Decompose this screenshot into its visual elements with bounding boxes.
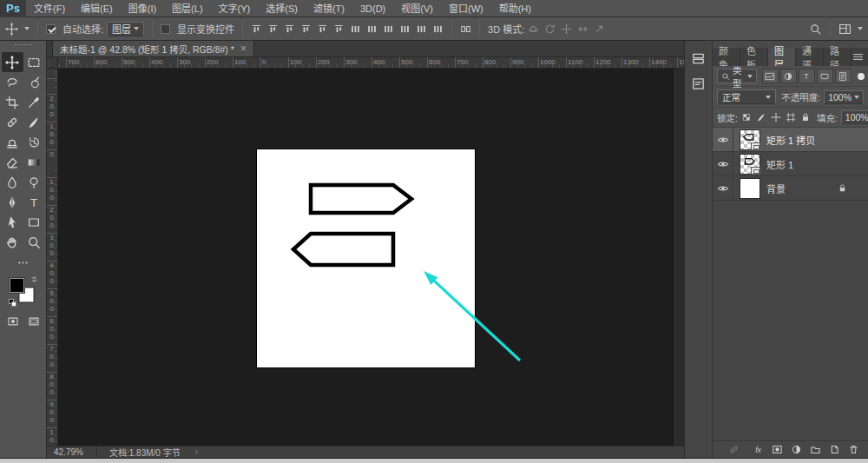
fx-icon[interactable]: fx	[753, 444, 764, 455]
trash-icon[interactable]	[848, 444, 859, 455]
pixel-filter-icon[interactable]	[762, 69, 779, 83]
type-tool[interactable]: T	[23, 192, 45, 212]
search-icon[interactable]	[809, 23, 822, 36]
auto-select-target-dropdown[interactable]: 图层	[107, 22, 144, 36]
menubar-item[interactable]: 文件(F)	[26, 0, 73, 17]
adjust-icon[interactable]	[791, 444, 802, 455]
menubar-item[interactable]: 图层(L)	[164, 0, 210, 17]
align-vertical-centers[interactable]	[267, 23, 279, 35]
distribute-left-edges[interactable]	[399, 23, 411, 35]
smart-filter-icon[interactable]	[835, 69, 852, 83]
gradient-tool[interactable]	[23, 152, 45, 172]
lock-transparent-icon[interactable]	[741, 112, 752, 122]
align-right-edges[interactable]	[333, 23, 345, 35]
adjust-filter-icon[interactable]	[780, 69, 797, 83]
swap-colors-icon[interactable]	[30, 275, 38, 283]
distribute-right-edges[interactable]	[432, 23, 444, 35]
menubar-item[interactable]: 帮助(H)	[491, 0, 539, 17]
align-horizontal-centers[interactable]	[317, 23, 328, 35]
eyedropper-tool[interactable]	[23, 92, 45, 112]
left-arrow-shape[interactable]	[293, 234, 393, 265]
layer-name[interactable]: 背景	[766, 182, 786, 195]
menubar-item[interactable]: 视图(V)	[393, 0, 441, 17]
distribute-vertical-centers[interactable]	[366, 23, 378, 35]
fill-field[interactable]: 100%	[841, 110, 868, 124]
orbit3d[interactable]	[528, 23, 539, 35]
lock-artboard-icon[interactable]	[786, 112, 796, 122]
lock-position-icon[interactable]	[771, 112, 781, 122]
layer-filter-type-dropdown[interactable]: 类型	[717, 69, 757, 83]
layer-thumbnail[interactable]	[740, 178, 760, 199]
panel-menu-icon[interactable]	[852, 48, 868, 66]
healing-brush-tool[interactable]	[2, 112, 23, 132]
visibility-eye-icon[interactable]	[713, 152, 733, 175]
foreground-color-swatch[interactable]	[10, 278, 24, 293]
smudge-tool[interactable]	[2, 172, 23, 192]
visibility-eye-icon[interactable]	[713, 128, 733, 151]
right-arrow-shape[interactable]	[311, 185, 411, 213]
align-top-edges[interactable]	[251, 23, 262, 35]
layer-row[interactable]: 矩形 1	[713, 152, 868, 176]
align-left-edges[interactable]	[300, 23, 312, 35]
panel-tab-图层[interactable]: 图层	[768, 48, 796, 66]
rectangle-tool[interactable]	[23, 212, 45, 232]
blend-mode-dropdown[interactable]: 正常	[717, 89, 776, 104]
layer-thumbnail[interactable]	[740, 129, 760, 150]
lasso-tool[interactable]	[2, 72, 23, 92]
default-colors-icon[interactable]	[9, 299, 16, 307]
quick-mask-icon[interactable]	[7, 315, 19, 327]
distribute-bottom-edges[interactable]	[383, 23, 394, 35]
mask-icon[interactable]	[772, 444, 783, 455]
lock-pixels-icon[interactable]	[756, 112, 766, 122]
distribute-top-edges[interactable]	[350, 23, 361, 35]
panel-tab-通道[interactable]: 通道	[796, 48, 824, 66]
auto-align-icon[interactable]	[460, 23, 471, 35]
layer-name[interactable]: 矩形 1	[766, 157, 793, 171]
quick-select-tool[interactable]	[23, 72, 45, 92]
dodge-tool[interactable]	[23, 172, 45, 192]
tool-preset-caret-icon[interactable]	[24, 27, 30, 30]
canvas[interactable]	[257, 149, 475, 367]
hand-tool[interactable]	[2, 232, 23, 252]
move-tool[interactable]	[2, 52, 23, 72]
visibility-eye-icon[interactable]	[713, 176, 733, 200]
new-layer-icon[interactable]	[829, 444, 840, 455]
layer-thumbnail[interactable]	[740, 154, 760, 175]
filter-toggle-icon[interactable]	[858, 73, 865, 80]
layer-row[interactable]: 矩形 1 拷贝	[713, 128, 868, 152]
vertical-scrollbar[interactable]	[674, 69, 684, 446]
type-filter-icon[interactable]: T	[799, 69, 815, 83]
status-flyout-icon[interactable]	[193, 448, 201, 456]
opacity-field[interactable]: 100%	[824, 90, 864, 104]
menubar-item[interactable]: 图像(I)	[121, 0, 164, 17]
crop-tool[interactable]	[2, 92, 23, 112]
marquee-tool[interactable]	[23, 52, 45, 72]
zoom-tool[interactable]	[23, 232, 45, 252]
brush-tool[interactable]	[23, 112, 45, 132]
eraser-tool[interactable]	[2, 152, 23, 172]
path-select-tool[interactable]	[2, 212, 23, 232]
clone-stamp-tool[interactable]	[2, 132, 23, 152]
menubar-item[interactable]: 窗口(W)	[441, 0, 491, 17]
history-brush-tool[interactable]	[23, 132, 45, 152]
menubar-item[interactable]: 编辑(E)	[73, 0, 121, 17]
close-tab-icon[interactable]: ×	[240, 44, 247, 53]
distribute-horizontal-centers[interactable]	[416, 23, 427, 35]
workspace-switcher-icon[interactable]	[838, 23, 852, 36]
menubar-item[interactable]: 文字(Y)	[211, 0, 259, 17]
roll3d[interactable]	[544, 23, 556, 35]
align-bottom-edges[interactable]	[284, 23, 295, 35]
panel-grip[interactable]	[15, 44, 32, 48]
lock-all-icon[interactable]	[800, 112, 811, 122]
pen-tool[interactable]	[2, 192, 23, 212]
menubar-item[interactable]: 选择(S)	[258, 0, 306, 17]
ruler-origin-corner[interactable]	[47, 57, 58, 69]
panel-tab-路径[interactable]: 路径	[824, 48, 852, 66]
link-icon[interactable]	[728, 444, 740, 455]
edit-toolbar-icon[interactable]	[16, 256, 30, 269]
folder-icon[interactable]	[810, 444, 821, 455]
scale3d[interactable]	[594, 23, 605, 35]
screen-mode-icon[interactable]	[28, 315, 40, 327]
move-tool-preset-icon[interactable]	[5, 23, 18, 36]
layer-row[interactable]: 背景	[713, 176, 868, 201]
